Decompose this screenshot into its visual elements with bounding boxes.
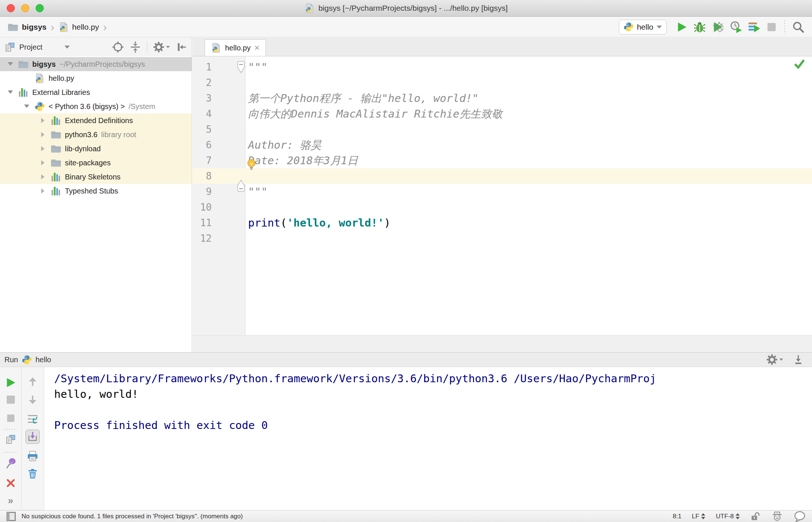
locate-file-button[interactable] — [112, 41, 124, 53]
chevron-down-icon — [166, 46, 170, 48]
caret-position-widget[interactable]: 8:1 — [673, 513, 681, 520]
chevron-right-icon[interactable] — [36, 132, 50, 137]
chevron-down-icon[interactable] — [65, 46, 70, 49]
concurrency-diagram-button[interactable] — [748, 21, 760, 33]
code-line-11[interactable]: 11print('hello, world!') — [192, 215, 812, 231]
close-run-panel-button[interactable] — [6, 478, 16, 488]
hide-panel-button[interactable] — [175, 41, 187, 53]
chevron-down-icon[interactable] — [4, 62, 17, 66]
python-icon — [22, 355, 32, 365]
code-text: Author: 骆昊 — [248, 137, 321, 153]
stop-button-disabled — [766, 22, 777, 33]
line-number: 2 — [192, 75, 212, 90]
tree-item-typeshed-stubs[interactable]: Typeshed Stubs — [0, 184, 192, 198]
code-line-6[interactable]: 6Author: 骆昊 — [192, 137, 812, 153]
toolwindow-switcher-icon[interactable] — [6, 511, 16, 522]
tab-hello-py[interactable]: hello.py × — [205, 39, 266, 56]
search-everywhere-button[interactable] — [792, 21, 805, 33]
project-tree: bigsys~/PycharmProjects/bigsys hello.py … — [0, 57, 192, 198]
code-line-1[interactable]: 1 """ — [192, 59, 812, 75]
tree-item-python-3-6-bigsys[interactable]: < Python 3.6 (bigsys) >/System — [0, 99, 192, 113]
code-editor[interactable]: 1 """23第一个Python程序 - 输出"hello, world!"4向… — [192, 56, 812, 335]
fold-marker-icon[interactable] — [237, 61, 245, 74]
status-message[interactable]: No suspicious code found. 1 files proces… — [22, 513, 243, 520]
tree-item-binary-skeletons[interactable]: Binary Skeletons — [0, 170, 192, 184]
run-button[interactable] — [676, 21, 688, 33]
project-settings-button[interactable] — [153, 41, 170, 53]
print-button[interactable] — [27, 450, 39, 462]
tree-item-python3-6[interactable]: python3.6library root — [0, 128, 192, 142]
chevron-right-icon[interactable] — [36, 160, 50, 165]
code-text: Date: 2018年3月1日 — [248, 153, 358, 168]
run-settings-button[interactable] — [766, 354, 783, 366]
rerun-button[interactable] — [5, 377, 17, 389]
code-line-5[interactable]: 5 — [192, 122, 812, 137]
code-line-3[interactable]: 3第一个Python程序 - 输出"hello, world!" — [192, 90, 812, 106]
code-line-2[interactable]: 2 — [192, 75, 812, 90]
chevron-down-icon[interactable] — [20, 105, 33, 108]
breadcrumb-item-bigsys[interactable]: bigsys — [22, 23, 47, 32]
clear-console-button[interactable] — [27, 468, 38, 479]
hide-run-panel-button[interactable] — [793, 354, 804, 365]
library-icon — [50, 186, 62, 196]
tree-item-external-libraries[interactable]: External Libraries — [0, 85, 192, 99]
run-with-coverage-button[interactable] — [712, 21, 724, 33]
breadcrumb-item-hello-py[interactable]: hello.py — [72, 23, 99, 32]
tree-item-label: Binary Skeletons — [65, 173, 121, 181]
library-icon — [50, 115, 62, 126]
chevron-down-icon — [657, 26, 662, 29]
soft-wrap-button[interactable] — [27, 413, 39, 425]
code-line-4[interactable]: 4向伟大的Dennis MacAlistair Ritchie先生致敬 — [192, 106, 812, 122]
chevron-right-icon[interactable] — [36, 188, 50, 194]
inspection-ok-icon[interactable] — [793, 59, 805, 69]
code-line-10[interactable]: 10 — [192, 199, 812, 215]
unlock-icon[interactable] — [750, 511, 761, 522]
editor-scrollbar-track[interactable] — [192, 335, 812, 352]
collapse-all-button[interactable] — [129, 41, 141, 53]
updown-icon — [701, 513, 706, 520]
run-panel-body: » — [0, 367, 812, 510]
project-panel-title[interactable]: Project — [19, 43, 42, 52]
tree-item-bigsys[interactable]: bigsys~/PycharmProjects/bigsys — [0, 57, 192, 71]
title-bar: bigsys [~/PycharmProjects/bigsys] - .../… — [0, 0, 812, 17]
minimize-window-button[interactable] — [21, 4, 29, 12]
run-tool-window: Run hello — [0, 352, 812, 510]
fold-marker-icon[interactable] — [237, 179, 245, 193]
event-log-icon[interactable] — [793, 511, 806, 522]
run-console-output[interactable]: /System/Library/Frameworks/Python.framew… — [44, 367, 812, 510]
prev-occurrence-button — [27, 376, 38, 387]
code-text: """ — [248, 184, 267, 199]
tree-item-hello-py[interactable]: hello.py — [0, 71, 192, 85]
restore-layout-button[interactable] — [5, 434, 16, 445]
run-panel-title[interactable]: Run — [4, 356, 18, 364]
chevron-down-icon[interactable] — [4, 90, 17, 94]
code-line-9[interactable]: 9 """ — [192, 184, 812, 199]
code-line-7[interactable]: 7Date: 2018年3月1日 — [192, 153, 812, 168]
debug-button[interactable] — [693, 21, 706, 33]
more-actions-button[interactable]: » — [8, 495, 13, 506]
tree-item-extended-definitions[interactable]: Extended Definitions — [0, 113, 192, 128]
intention-bulb-icon[interactable] — [247, 159, 256, 171]
tree-item-label: External Libraries — [32, 88, 90, 97]
hector-inspector-icon[interactable] — [771, 511, 783, 522]
zoom-window-button[interactable] — [36, 4, 44, 12]
close-window-button[interactable] — [7, 4, 15, 12]
run-configuration-select[interactable]: hello — [619, 20, 667, 34]
code-line-12[interactable]: 12 — [192, 231, 812, 246]
tree-item-lib-dynload[interactable]: lib-dynload — [0, 142, 192, 156]
line-number: 6 — [192, 137, 212, 153]
editor-tab-bar: hello.py × — [192, 38, 812, 56]
run-configuration-label: hello — [637, 23, 653, 32]
profile-button[interactable] — [730, 21, 742, 33]
line-separator-widget[interactable]: LF — [692, 513, 706, 520]
pin-tab-button[interactable] — [5, 457, 17, 469]
chevron-right-icon[interactable] — [36, 174, 50, 179]
code-line-8[interactable]: 8 — [192, 168, 812, 184]
tree-item-label: Typeshed Stubs — [65, 187, 118, 195]
chevron-right-icon[interactable] — [36, 118, 50, 123]
tree-item-site-packages[interactable]: site-packages — [0, 156, 192, 170]
close-tab-icon[interactable]: × — [254, 43, 260, 52]
scroll-to-end-button[interactable] — [26, 430, 40, 444]
chevron-right-icon[interactable] — [36, 146, 50, 151]
encoding-widget[interactable]: UTF-8 — [716, 513, 740, 520]
